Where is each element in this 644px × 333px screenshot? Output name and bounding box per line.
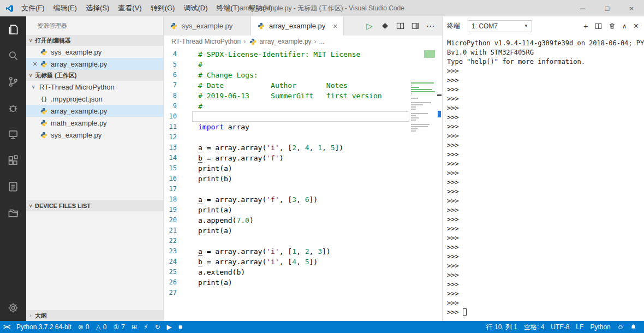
menu-item[interactable]: 文件(F) — [17, 0, 49, 16]
line-number[interactable]: 20 — [164, 215, 184, 225]
maximize-panel-chevron-icon[interactable]: ∧ — [622, 22, 627, 30]
code-line[interactable]: 15print(a) — [164, 163, 409, 174]
line-number[interactable]: 10 — [164, 111, 184, 122]
open-editors-section-header[interactable]: ∨ 打开的编辑器 — [26, 35, 163, 46]
close-icon[interactable]: × — [329, 22, 337, 31]
sync-button[interactable]: ↻ — [151, 321, 163, 333]
more-actions-icon[interactable]: ⋯ — [424, 19, 438, 33]
debug-icon[interactable] — [0, 95, 26, 121]
line-number[interactable]: 4 — [164, 49, 184, 60]
cursor-position[interactable]: 行 10, 列 1 — [483, 321, 521, 333]
code-line[interactable]: 24b = array.array('i', [4, 5]) — [164, 257, 409, 267]
extensions-icon[interactable] — [0, 147, 26, 174]
notes-icon[interactable] — [0, 174, 26, 200]
minimize-button[interactable]: ─ — [570, 0, 595, 16]
line-number[interactable]: 15 — [164, 163, 184, 174]
tree-item-file[interactable]: {}.mpyproject.json — [26, 93, 163, 105]
line-number[interactable]: 13 — [164, 142, 184, 153]
code-line[interactable]: 23a = array.array('i', [1, 2, 3]) — [164, 246, 409, 257]
code-line[interactable]: 18a = array.array('f', [3, 6]) — [164, 194, 409, 205]
problems-errors[interactable]: ⊗0 — [75, 321, 93, 333]
open-editor-item[interactable]: sys_example.py — [26, 46, 163, 58]
tree-item-folder[interactable]: ∨ RT-Thread MicroPython — [26, 81, 163, 93]
terminal-selector-dropdown[interactable]: 1: COM7 ▼ — [468, 20, 532, 32]
line-number[interactable]: 23 — [164, 246, 184, 257]
language-mode[interactable]: Python — [587, 321, 613, 333]
device-icon[interactable] — [0, 121, 26, 147]
line-number[interactable]: 7 — [164, 80, 184, 91]
code-line[interactable]: 16print(b) — [164, 174, 409, 184]
new-terminal-icon[interactable]: + — [583, 21, 588, 31]
line-number[interactable]: 27 — [164, 288, 184, 298]
code-line[interactable]: 14b = array.array('f') — [164, 153, 409, 163]
search-icon[interactable] — [0, 43, 26, 69]
menu-item[interactable]: 查看(V) — [114, 0, 146, 16]
debug-run-icon[interactable] — [378, 19, 392, 33]
split-terminal-icon[interactable] — [595, 23, 602, 29]
terminal-input-line[interactable]: >>> — [447, 308, 644, 317]
menu-item[interactable]: 调试(D) — [179, 0, 212, 16]
editor-tab[interactable]: array_example.py× — [251, 16, 344, 35]
line-number[interactable]: 11 — [164, 122, 184, 132]
line-number[interactable]: 17 — [164, 184, 184, 194]
code-line[interactable]: 8# 2019-06-13 SummerGift first version — [164, 91, 409, 101]
code-line[interactable]: 10 — [164, 111, 409, 122]
run-button[interactable]: ▶ — [163, 321, 175, 333]
line-number[interactable]: 25 — [164, 267, 184, 277]
line-number[interactable]: 9 — [164, 101, 184, 111]
editor-tab[interactable]: sys_example.py× — [164, 16, 251, 35]
flash-button[interactable]: ⚡ — [140, 321, 151, 333]
close-button[interactable]: × — [619, 0, 644, 16]
breadcrumb-item[interactable]: ... — [319, 38, 325, 45]
line-number[interactable]: 6 — [164, 70, 184, 80]
code-line[interactable]: 4# SPDX-License-Identifier: MIT License — [164, 49, 409, 60]
code-line[interactable]: 22 — [164, 236, 409, 246]
tree-item-file[interactable]: sys_example.py — [26, 129, 163, 141]
feedback-button[interactable]: ☺ — [614, 321, 627, 333]
line-number[interactable]: 12 — [164, 132, 184, 142]
terminal-output[interactable]: MicroPython v1.9.4-114-g309fe39d on 2018… — [443, 35, 644, 321]
line-number[interactable]: 5 — [164, 60, 184, 70]
notifications-bell[interactable] — [627, 321, 640, 333]
line-number[interactable]: 24 — [164, 257, 184, 267]
line-number[interactable]: 22 — [164, 236, 184, 246]
device-files-section-header[interactable]: ∨ DEVICE FILES LIST — [26, 200, 163, 211]
line-number[interactable]: 14 — [164, 153, 184, 163]
folder-library-icon[interactable] — [0, 200, 26, 226]
menu-item[interactable]: 转到(G) — [146, 0, 180, 16]
outline-section-header[interactable]: › 大纲 — [26, 310, 163, 321]
split-editor-icon[interactable] — [408, 19, 422, 33]
code-line[interactable]: 11import array — [164, 122, 409, 132]
line-number[interactable]: 19 — [164, 205, 184, 215]
python-interpreter[interactable]: Python 3.7.2 64-bit — [13, 321, 75, 333]
kill-terminal-trash-icon[interactable] — [609, 22, 616, 29]
source-control-icon[interactable] — [0, 69, 26, 95]
close-panel-icon[interactable]: × — [634, 21, 639, 31]
notifications-count[interactable]: ①7 — [110, 321, 128, 333]
tree-item-file[interactable]: math_example.py — [26, 117, 163, 129]
code-line[interactable]: 20a.append(7.0) — [164, 215, 409, 225]
maximize-button[interactable]: □ — [595, 0, 619, 16]
download-board-button[interactable]: ⊞ — [128, 321, 140, 333]
code-line[interactable]: 7# Date Author Notes — [164, 80, 409, 91]
line-number[interactable]: 16 — [164, 174, 184, 184]
code-line[interactable]: 9# — [164, 101, 409, 111]
remote-indicator[interactable]: >< — [0, 321, 13, 333]
line-number[interactable]: 8 — [164, 91, 184, 101]
code-line[interactable]: 21print(a) — [164, 225, 409, 236]
workspace-section-header[interactable]: ∨ 无标题 (工作区) — [26, 70, 163, 81]
tree-item-file[interactable]: array_example.py — [26, 105, 163, 117]
open-editor-item[interactable]: ×array_example.py — [26, 58, 163, 70]
menu-item[interactable]: 选择(S) — [81, 0, 114, 16]
minimap[interactable] — [409, 49, 437, 321]
code-line[interactable]: 13a = array.array('i', [2, 4, 1, 5]) — [164, 142, 409, 153]
close-icon[interactable]: × — [31, 60, 39, 68]
run-python-file-button[interactable]: ▷ — [362, 19, 377, 33]
eol[interactable]: LF — [573, 321, 587, 333]
stop-button[interactable]: ■ — [175, 321, 186, 333]
explorer-icon[interactable] — [0, 16, 26, 43]
breadcrumb-item[interactable]: RT-Thread MicroPython — [171, 38, 241, 45]
code-line[interactable]: 5# — [164, 60, 409, 70]
open-preview-icon[interactable] — [393, 19, 407, 33]
code-line[interactable]: 25a.extend(b) — [164, 267, 409, 277]
